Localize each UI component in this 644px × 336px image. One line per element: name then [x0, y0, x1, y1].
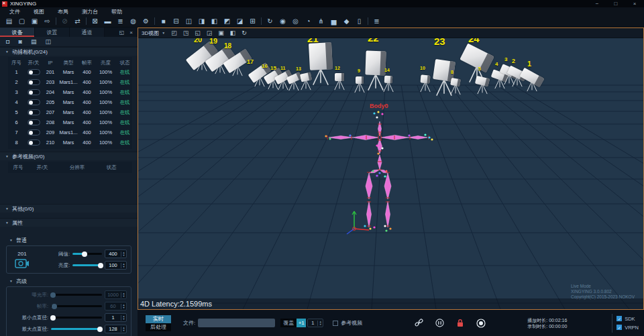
open-file-icon[interactable]: ▤: [3, 15, 15, 27]
pane-front-icon[interactable]: ◱: [195, 30, 201, 36]
section-other[interactable]: ▼ 其他(0/0): [0, 204, 138, 213]
menu-测力台[interactable]: 测力台: [75, 8, 105, 15]
swap-file-icon[interactable]: ⇄: [71, 15, 84, 27]
settings-gear-icon[interactable]: ⚙: [140, 15, 152, 27]
record-icon[interactable]: [476, 319, 486, 328]
slider-value-box[interactable]: 400▲▼: [105, 249, 127, 258]
live-mode-button[interactable]: 实时: [146, 315, 171, 323]
camera-toggle[interactable]: [28, 109, 40, 115]
layout-single-icon[interactable]: ■: [157, 15, 170, 27]
slider-value-box[interactable]: 1▲▼: [105, 313, 127, 322]
calibration-icon[interactable]: ⊠: [89, 15, 101, 27]
camera-toggle[interactable]: [28, 119, 40, 125]
stepper-arrows[interactable]: ▲▼: [121, 263, 126, 268]
camera-settings-circle-icon[interactable]: ◉: [276, 15, 289, 27]
menu-文件[interactable]: 文件: [3, 8, 27, 15]
camera-toggle[interactable]: [28, 69, 40, 75]
stepper-arrows[interactable]: ▲▼: [317, 321, 323, 326]
camera-toggle[interactable]: [28, 99, 40, 105]
pane-copy-icon[interactable]: ◳: [183, 30, 189, 36]
reference-video-checkbox[interactable]: 参考视频: [333, 319, 362, 327]
tab-通道[interactable]: 通道: [70, 27, 105, 37]
view-refresh-icon[interactable]: ↻: [241, 30, 247, 36]
pane-back-icon[interactable]: ◲: [207, 30, 213, 36]
hide-markers-icon[interactable]: ⊘: [58, 15, 71, 27]
layout-main-top-icon[interactable]: ◧: [208, 15, 221, 27]
view-selector-dropdown[interactable]: 3D视图 ▼: [142, 30, 165, 37]
section-reference-video[interactable]: ▼ 参考视频(0/0): [0, 152, 138, 160]
export-file-icon[interactable]: ⇨: [41, 15, 54, 27]
link-icon[interactable]: [415, 319, 423, 327]
skeleton-body0[interactable]: Body0: [138, 38, 643, 309]
close-panel-button[interactable]: ×: [129, 30, 133, 36]
layout-quad-icon[interactable]: ⊞: [246, 15, 259, 27]
camera-row-201[interactable]: 1201Mars400100%在线: [8, 67, 132, 77]
close-button[interactable]: ×: [625, 1, 644, 7]
camera-toggle[interactable]: [28, 129, 40, 135]
camera-row-205[interactable]: 4205Mars400100%在线: [8, 97, 132, 107]
stepper-arrows[interactable]: ▲▼: [121, 327, 126, 332]
slider-track[interactable]: [72, 264, 102, 266]
layers-icon[interactable]: ≣: [114, 15, 127, 27]
subsection-advanced[interactable]: ▼ 高级: [0, 277, 138, 285]
location-marker-icon[interactable]: ◆: [340, 15, 353, 27]
camera-toggle[interactable]: [28, 139, 40, 146]
overwrite-button[interactable]: 覆盖: [280, 319, 297, 327]
pane-solid-icon[interactable]: ▣: [218, 30, 224, 36]
viewport-canvas[interactable]: 2019181716151113211292214102382454321 Bo…: [138, 38, 643, 309]
layout-main-right-icon[interactable]: ◪: [233, 15, 246, 27]
system-settings-circle-icon[interactable]: ◎: [289, 15, 302, 27]
subsection-basic[interactable]: ▼ 普通: [0, 236, 138, 244]
sdk-checkbox[interactable]: ✓ SDK: [616, 316, 639, 322]
camera-toggle[interactable]: [28, 89, 40, 95]
camera-row-204[interactable]: 3204Mars400100%在线: [8, 87, 132, 97]
layout-two-vertical-icon[interactable]: ◫: [182, 15, 195, 27]
section-mocap-cameras[interactable]: ▼ 动捕相机(0/24): [0, 47, 138, 56]
lock-icon[interactable]: [456, 319, 464, 327]
report-page-icon[interactable]: ▯: [353, 15, 366, 27]
pane-new-icon[interactable]: ◰: [171, 30, 177, 36]
section-properties[interactable]: ▼ 属性: [0, 218, 138, 227]
menu-帮助[interactable]: 帮助: [105, 8, 129, 15]
camera-row-208[interactable]: 6208Mars400100%在线: [8, 117, 132, 127]
camera-row-209[interactable]: 7209Mars1...400100%在线: [8, 127, 132, 137]
slider-track[interactable]: [72, 253, 102, 255]
ground-calibration-icon[interactable]: ▬: [101, 15, 114, 27]
pause-icon[interactable]: [435, 319, 444, 327]
layout-main-bottom-icon[interactable]: ◨: [195, 15, 208, 27]
slider-track[interactable]: [51, 328, 102, 330]
camera-row-210[interactable]: 8210Mars400100%在线: [8, 137, 132, 148]
tab-设备[interactable]: 设备: [0, 27, 35, 37]
new-file-icon[interactable]: ▢: [15, 15, 28, 27]
printer-device-icon[interactable]: ▤: [31, 38, 37, 45]
data-share-nodes-icon[interactable]: ⋔: [315, 15, 327, 27]
slider-knob[interactable]: [82, 251, 87, 257]
slider-track[interactable]: [51, 317, 102, 319]
vrpn-checkbox[interactable]: ✓ VRPN: [616, 325, 639, 331]
post-process-button[interactable]: 后处理: [146, 323, 171, 331]
slider-value-box[interactable]: 100▲▼: [105, 261, 127, 270]
layout-main-left-icon[interactable]: ◩: [221, 15, 233, 27]
file-name-input[interactable]: [198, 319, 275, 327]
stepper-arrows[interactable]: ▲▼: [121, 292, 126, 298]
video-camera-device-icon[interactable]: ◙: [18, 38, 21, 45]
stepper-arrows[interactable]: ▲▼: [121, 315, 126, 321]
float-panel-button[interactable]: ◱: [119, 30, 125, 36]
menu-布局[interactable]: 布局: [51, 8, 75, 15]
viewport-3d[interactable]: 3D视图 ▼ ◰◳◱◲▣◧↻ 2019181716151113211292214…: [138, 27, 644, 310]
increment-button[interactable]: +1: [297, 319, 306, 327]
pane-half-icon[interactable]: ◧: [230, 30, 236, 36]
tab-设置[interactable]: 设置: [35, 27, 70, 37]
camera-row-203[interactable]: 2203Mars1...400100%在线: [8, 77, 132, 87]
camera-row-207[interactable]: 5207Mars400100%在线: [8, 107, 132, 117]
slider-value-box[interactable]: 128▲▼: [105, 325, 127, 333]
stepper-arrows[interactable]: ▲▼: [121, 251, 126, 257]
mocap-camera-device-icon[interactable]: ◘: [6, 38, 9, 45]
stepper-arrows[interactable]: ▲▼: [121, 304, 126, 309]
maximize-button[interactable]: □: [606, 1, 625, 7]
slider-knob[interactable]: [97, 327, 103, 332]
camera-toggle[interactable]: [28, 79, 40, 85]
performance-gauge-icon[interactable]: ◔: [302, 15, 315, 27]
save-file-icon[interactable]: ▣: [28, 15, 41, 27]
network-device-icon[interactable]: ◫: [45, 38, 51, 45]
